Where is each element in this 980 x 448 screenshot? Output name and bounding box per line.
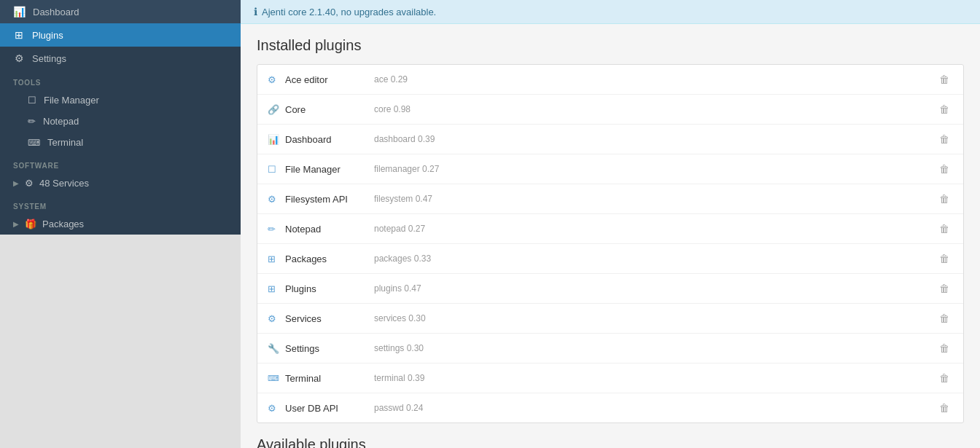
dashboard-icon: 📊 xyxy=(13,6,26,17)
plugin-row-dashboard: 📊 Dashboard dashboard 0.39 🗑 xyxy=(257,125,963,154)
sidebar-item-settings-label: Settings xyxy=(32,53,66,64)
filesystem-api-name: Filesystem API xyxy=(285,194,365,205)
notepad-delete-button[interactable]: 🗑 xyxy=(936,221,953,236)
ace-editor-slug: ace 0.29 xyxy=(374,74,408,85)
user-db-api-slug: passwd 0.24 xyxy=(374,403,423,413)
terminal-plugin-slug: terminal 0.39 xyxy=(374,373,424,383)
core-slug: core 0.98 xyxy=(374,104,411,114)
packages-plugin-name: Packages xyxy=(285,254,365,264)
sidebar-item-settings[interactable]: ⚙ Settings xyxy=(0,47,241,70)
services-plugin-name: Services xyxy=(285,313,365,324)
ace-editor-icon: ⚙ xyxy=(268,74,279,85)
ace-editor-name: Ace editor xyxy=(285,74,365,85)
terminal-delete-button[interactable]: 🗑 xyxy=(936,371,953,385)
plugins-icon: ⊞ xyxy=(13,29,25,41)
filesystem-api-icon: ⚙ xyxy=(268,194,279,205)
settings-icon: ⚙ xyxy=(13,52,25,64)
plugins-plugin-name: Plugins xyxy=(285,283,365,294)
sidebar-item-dashboard-label: Dashboard xyxy=(33,7,79,17)
services-plugin-slug: services 0.30 xyxy=(374,313,426,323)
system-section-label: SYSTEM xyxy=(0,194,241,213)
info-bar-message: Ajenti core 2.1.40, no upgrades availabl… xyxy=(262,7,436,17)
ace-editor-delete-button[interactable]: 🗑 xyxy=(936,72,953,87)
filesystem-api-slug: filesystem 0.47 xyxy=(374,194,432,204)
file-manager-delete-button[interactable]: 🗑 xyxy=(936,162,953,176)
dashboard-plugin-name: Dashboard xyxy=(285,134,365,145)
sidebar-services-label: 48 Services xyxy=(39,178,89,189)
settings-plugin-icon: 🔧 xyxy=(268,343,279,354)
sidebar: 📊 Dashboard ⊞ Plugins ⚙ Settings TOOLS ☐… xyxy=(0,0,241,448)
dashboard-plugin-icon: 📊 xyxy=(268,134,279,145)
sidebar-file-manager-label: File Manager xyxy=(44,95,99,106)
tools-section-label: TOOLS xyxy=(0,70,241,90)
core-icon: 🔗 xyxy=(268,104,279,115)
sidebar-item-services[interactable]: ▶ ⚙ 48 Services xyxy=(0,173,241,194)
services-icon: ⚙ xyxy=(25,178,34,189)
settings-plugin-slug: settings 0.30 xyxy=(374,343,424,353)
plugin-row-notepad: ✏ Notepad notepad 0.27 🗑 xyxy=(257,214,963,244)
packages-plugin-icon: ⊞ xyxy=(268,254,279,264)
plugin-row-file-manager: ☐ File Manager filemanager 0.27 🗑 xyxy=(257,154,963,184)
user-db-api-icon: ⚙ xyxy=(268,403,279,414)
notepad-plugin-slug: notepad 0.27 xyxy=(374,224,425,234)
sidebar-bottom-area xyxy=(0,235,241,448)
notepad-plugin-icon: ✏ xyxy=(268,224,279,235)
plugins-plugin-icon: ⊞ xyxy=(268,283,279,294)
sidebar-item-notepad[interactable]: ✏ Notepad xyxy=(0,111,241,132)
installed-plugins-title: Installed plugins xyxy=(257,37,964,54)
core-delete-button[interactable]: 🗑 xyxy=(936,102,953,117)
sidebar-item-terminal[interactable]: ⌨ Terminal xyxy=(0,132,241,153)
plugins-plugin-slug: plugins 0.47 xyxy=(374,283,421,294)
user-db-api-delete-button[interactable]: 🗑 xyxy=(936,401,953,415)
sidebar-item-packages[interactable]: ▶ 🎁 Packages xyxy=(0,213,241,235)
packages-arrow-icon: ▶ xyxy=(13,220,19,228)
settings-delete-button[interactable]: 🗑 xyxy=(936,341,953,355)
settings-plugin-name: Settings xyxy=(285,343,365,354)
available-plugins-title: Available plugins xyxy=(257,436,964,448)
sidebar-item-plugins-label: Plugins xyxy=(32,30,63,41)
sidebar-packages-label: Packages xyxy=(42,219,84,229)
file-manager-plugin-slug: filemanager 0.27 xyxy=(374,164,439,174)
services-plugin-icon: ⚙ xyxy=(268,313,279,324)
main-content: ℹ Ajenti core 2.1.40, no upgrades availa… xyxy=(241,0,980,448)
plugin-row-core: 🔗 Core core 0.98 🗑 xyxy=(257,95,963,125)
sidebar-notepad-label: Notepad xyxy=(43,116,79,127)
user-db-api-name: User DB API xyxy=(285,403,365,414)
services-delete-button[interactable]: 🗑 xyxy=(936,311,953,326)
dashboard-delete-button[interactable]: 🗑 xyxy=(936,132,953,146)
terminal-icon: ⌨ xyxy=(28,138,40,148)
plugin-row-terminal: ⌨ Terminal terminal 0.39 🗑 xyxy=(257,363,963,393)
plugins-delete-button[interactable]: 🗑 xyxy=(936,281,953,296)
plugin-row-services: ⚙ Services services 0.30 🗑 xyxy=(257,304,963,334)
info-icon: ℹ xyxy=(254,6,257,17)
sidebar-terminal-label: Terminal xyxy=(47,137,83,148)
info-bar: ℹ Ajenti core 2.1.40, no upgrades availa… xyxy=(241,0,980,24)
sidebar-item-dashboard[interactable]: 📊 Dashboard xyxy=(0,0,241,23)
packages-delete-button[interactable]: 🗑 xyxy=(936,251,953,266)
software-section-label: SOFTWARE xyxy=(0,153,241,173)
sidebar-item-file-manager[interactable]: ☐ File Manager xyxy=(0,90,241,111)
notepad-icon: ✏ xyxy=(28,116,36,127)
plugin-row-packages: ⊞ Packages packages 0.33 🗑 xyxy=(257,244,963,274)
plugin-row-filesystem-api: ⚙ Filesystem API filesystem 0.47 🗑 xyxy=(257,184,963,214)
terminal-plugin-name: Terminal xyxy=(285,373,365,384)
services-arrow-icon: ▶ xyxy=(13,179,19,187)
filesystem-api-delete-button[interactable]: 🗑 xyxy=(936,192,953,206)
file-manager-icon: ☐ xyxy=(28,95,36,106)
file-manager-plugin-icon: ☐ xyxy=(268,164,279,175)
file-manager-plugin-name: File Manager xyxy=(285,164,365,175)
installed-plugins-list: ⚙ Ace editor ace 0.29 🗑 🔗 Core core 0.98… xyxy=(257,64,964,423)
plugin-row-user-db-api: ⚙ User DB API passwd 0.24 🗑 xyxy=(257,393,963,423)
plugin-row-ace-editor: ⚙ Ace editor ace 0.29 🗑 xyxy=(257,65,963,95)
terminal-plugin-icon: ⌨ xyxy=(268,374,279,383)
content-area: Installed plugins ⚙ Ace editor ace 0.29 … xyxy=(241,24,980,448)
notepad-plugin-name: Notepad xyxy=(285,224,365,235)
sidebar-item-plugins[interactable]: ⊞ Plugins xyxy=(0,23,241,47)
dashboard-plugin-slug: dashboard 0.39 xyxy=(374,134,435,144)
packages-icon: 🎁 xyxy=(25,219,36,229)
core-name: Core xyxy=(285,104,365,115)
plugin-row-settings: 🔧 Settings settings 0.30 🗑 xyxy=(257,334,963,363)
packages-plugin-slug: packages 0.33 xyxy=(374,254,431,264)
plugin-row-plugins: ⊞ Plugins plugins 0.47 🗑 xyxy=(257,274,963,304)
